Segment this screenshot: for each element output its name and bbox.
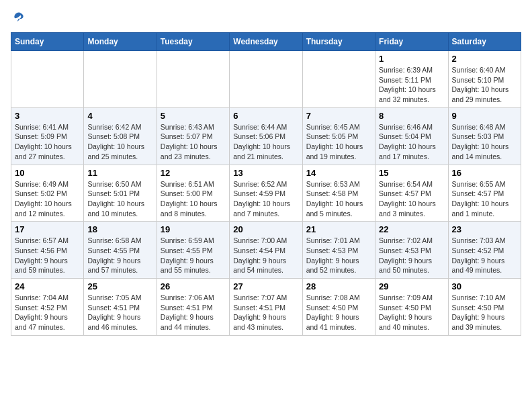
weekday-header: Saturday — [448, 33, 521, 51]
day-info: Sunrise: 6:54 AM Sunset: 4:57 PM Dayligh… — [379, 179, 444, 219]
day-info: Sunrise: 7:06 AM Sunset: 4:51 PM Dayligh… — [161, 293, 226, 332]
calendar-cell: 8Sunrise: 6:46 AM Sunset: 5:04 PM Daylig… — [375, 107, 448, 165]
day-info: Sunrise: 7:01 AM Sunset: 4:53 PM Dayligh… — [306, 236, 371, 275]
calendar-cell: 4Sunrise: 6:42 AM Sunset: 5:08 PM Daylig… — [84, 107, 157, 165]
calendar-cell: 26Sunrise: 7:06 AM Sunset: 4:51 PM Dayli… — [157, 279, 229, 336]
calendar-cell: 23Sunrise: 7:03 AM Sunset: 4:52 PM Dayli… — [448, 222, 521, 279]
day-info: Sunrise: 6:52 AM Sunset: 4:59 PM Dayligh… — [233, 179, 298, 219]
weekday-header: Monday — [84, 33, 157, 51]
day-number: 21 — [306, 224, 371, 234]
calendar-cell: 15Sunrise: 6:54 AM Sunset: 4:57 PM Dayli… — [375, 165, 448, 222]
day-info: Sunrise: 6:48 AM Sunset: 5:03 PM Dayligh… — [452, 122, 517, 162]
calendar-cell: 16Sunrise: 6:55 AM Sunset: 4:57 PM Dayli… — [448, 165, 521, 222]
logo-bird-icon — [12, 11, 26, 24]
calendar-table: SundayMondayTuesdayWednesdayThursdayFrid… — [11, 32, 521, 336]
day-info: Sunrise: 7:00 AM Sunset: 4:54 PM Dayligh… — [233, 236, 298, 275]
calendar-cell: 11Sunrise: 6:50 AM Sunset: 5:01 PM Dayli… — [84, 165, 157, 222]
page-header — [11, 11, 521, 24]
calendar-cell — [302, 51, 375, 108]
day-info: Sunrise: 6:58 AM Sunset: 4:55 PM Dayligh… — [87, 236, 152, 275]
day-number: 5 — [161, 111, 226, 121]
day-number: 12 — [161, 168, 226, 178]
day-number: 1 — [379, 54, 444, 64]
calendar-cell — [230, 51, 302, 108]
day-number: 3 — [15, 111, 80, 121]
day-number: 15 — [379, 168, 444, 178]
day-number: 29 — [379, 281, 444, 291]
day-number: 6 — [233, 111, 298, 121]
day-number: 11 — [87, 168, 152, 178]
day-number: 23 — [452, 224, 517, 234]
calendar-week-row: 3Sunrise: 6:41 AM Sunset: 5:09 PM Daylig… — [11, 107, 521, 165]
day-number: 10 — [15, 168, 80, 178]
day-info: Sunrise: 7:04 AM Sunset: 4:52 PM Dayligh… — [15, 293, 80, 332]
calendar-cell — [11, 51, 84, 108]
logo — [11, 11, 26, 24]
day-info: Sunrise: 7:07 AM Sunset: 4:51 PM Dayligh… — [233, 293, 298, 332]
calendar-cell: 17Sunrise: 6:57 AM Sunset: 4:56 PM Dayli… — [11, 222, 84, 279]
calendar-cell: 12Sunrise: 6:51 AM Sunset: 5:00 PM Dayli… — [157, 165, 229, 222]
day-info: Sunrise: 6:40 AM Sunset: 5:10 PM Dayligh… — [452, 65, 517, 105]
weekday-header: Tuesday — [157, 33, 229, 51]
weekday-header: Wednesday — [230, 33, 302, 51]
day-number: 13 — [233, 168, 298, 178]
day-info: Sunrise: 7:03 AM Sunset: 4:52 PM Dayligh… — [452, 236, 517, 275]
calendar-cell: 27Sunrise: 7:07 AM Sunset: 4:51 PM Dayli… — [230, 279, 302, 336]
calendar-cell: 24Sunrise: 7:04 AM Sunset: 4:52 PM Dayli… — [11, 279, 84, 336]
day-number: 25 — [87, 281, 152, 291]
weekday-header: Sunday — [11, 33, 84, 51]
calendar-cell: 9Sunrise: 6:48 AM Sunset: 5:03 PM Daylig… — [448, 107, 521, 165]
day-number: 27 — [233, 281, 298, 291]
day-number: 26 — [161, 281, 226, 291]
calendar-cell: 21Sunrise: 7:01 AM Sunset: 4:53 PM Dayli… — [302, 222, 375, 279]
calendar-cell: 1Sunrise: 6:39 AM Sunset: 5:11 PM Daylig… — [375, 51, 448, 108]
day-number: 18 — [87, 224, 152, 234]
day-number: 28 — [306, 281, 371, 291]
calendar-cell: 28Sunrise: 7:08 AM Sunset: 4:50 PM Dayli… — [302, 279, 375, 336]
day-number: 8 — [379, 111, 444, 121]
calendar-cell: 3Sunrise: 6:41 AM Sunset: 5:09 PM Daylig… — [11, 107, 84, 165]
day-number: 24 — [15, 281, 80, 291]
calendar-cell: 2Sunrise: 6:40 AM Sunset: 5:10 PM Daylig… — [448, 51, 521, 108]
day-info: Sunrise: 6:44 AM Sunset: 5:06 PM Dayligh… — [233, 122, 298, 162]
day-number: 16 — [452, 168, 517, 178]
calendar-cell: 10Sunrise: 6:49 AM Sunset: 5:02 PM Dayli… — [11, 165, 84, 222]
day-number: 30 — [452, 281, 517, 291]
day-number: 17 — [15, 224, 80, 234]
day-info: Sunrise: 6:49 AM Sunset: 5:02 PM Dayligh… — [15, 179, 80, 219]
day-info: Sunrise: 6:50 AM Sunset: 5:01 PM Dayligh… — [87, 179, 152, 219]
calendar-cell: 7Sunrise: 6:45 AM Sunset: 5:05 PM Daylig… — [302, 107, 375, 165]
day-info: Sunrise: 7:02 AM Sunset: 4:53 PM Dayligh… — [379, 236, 444, 275]
calendar-cell — [84, 51, 157, 108]
day-info: Sunrise: 6:42 AM Sunset: 5:08 PM Dayligh… — [87, 122, 152, 162]
calendar-cell: 25Sunrise: 7:05 AM Sunset: 4:51 PM Dayli… — [84, 279, 157, 336]
day-info: Sunrise: 6:45 AM Sunset: 5:05 PM Dayligh… — [306, 122, 371, 162]
day-info: Sunrise: 7:10 AM Sunset: 4:50 PM Dayligh… — [452, 293, 517, 332]
day-info: Sunrise: 7:05 AM Sunset: 4:51 PM Dayligh… — [87, 293, 152, 332]
calendar-cell: 22Sunrise: 7:02 AM Sunset: 4:53 PM Dayli… — [375, 222, 448, 279]
day-number: 22 — [379, 224, 444, 234]
calendar-cell: 18Sunrise: 6:58 AM Sunset: 4:55 PM Dayli… — [84, 222, 157, 279]
day-number: 20 — [233, 224, 298, 234]
calendar-header-row: SundayMondayTuesdayWednesdayThursdayFrid… — [11, 33, 521, 51]
calendar-cell: 19Sunrise: 6:59 AM Sunset: 4:55 PM Dayli… — [157, 222, 229, 279]
calendar-cell: 29Sunrise: 7:09 AM Sunset: 4:50 PM Dayli… — [375, 279, 448, 336]
day-number: 2 — [452, 54, 517, 64]
calendar-week-row: 24Sunrise: 7:04 AM Sunset: 4:52 PM Dayli… — [11, 279, 521, 336]
day-info: Sunrise: 6:57 AM Sunset: 4:56 PM Dayligh… — [15, 236, 80, 275]
calendar-cell: 13Sunrise: 6:52 AM Sunset: 4:59 PM Dayli… — [230, 165, 302, 222]
day-info: Sunrise: 6:41 AM Sunset: 5:09 PM Dayligh… — [15, 122, 80, 162]
day-number: 7 — [306, 111, 371, 121]
calendar-week-row: 1Sunrise: 6:39 AM Sunset: 5:11 PM Daylig… — [11, 51, 521, 108]
day-info: Sunrise: 6:59 AM Sunset: 4:55 PM Dayligh… — [161, 236, 226, 275]
calendar-cell — [157, 51, 229, 108]
day-number: 9 — [452, 111, 517, 121]
day-info: Sunrise: 6:39 AM Sunset: 5:11 PM Dayligh… — [379, 65, 444, 105]
day-number: 14 — [306, 168, 371, 178]
calendar-cell: 20Sunrise: 7:00 AM Sunset: 4:54 PM Dayli… — [230, 222, 302, 279]
day-info: Sunrise: 6:43 AM Sunset: 5:07 PM Dayligh… — [161, 122, 226, 162]
day-info: Sunrise: 6:51 AM Sunset: 5:00 PM Dayligh… — [161, 179, 226, 219]
calendar-cell: 14Sunrise: 6:53 AM Sunset: 4:58 PM Dayli… — [302, 165, 375, 222]
day-number: 19 — [161, 224, 226, 234]
calendar-cell: 6Sunrise: 6:44 AM Sunset: 5:06 PM Daylig… — [230, 107, 302, 165]
